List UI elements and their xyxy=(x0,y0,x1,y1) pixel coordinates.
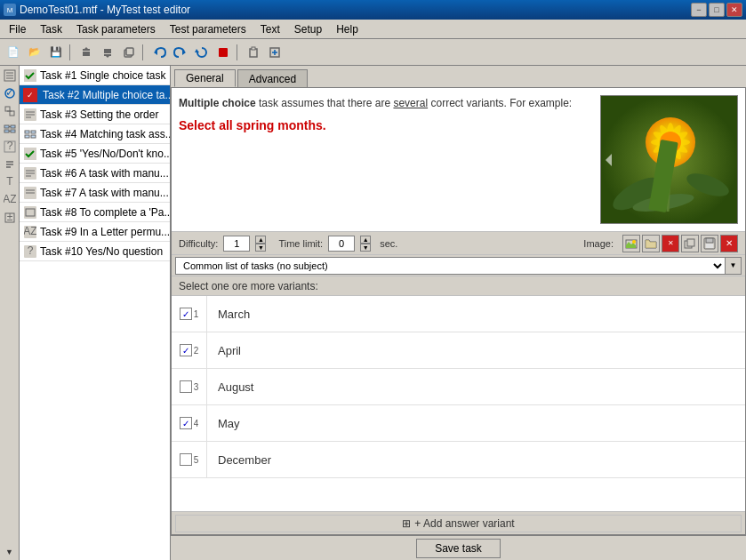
task-item-7[interactable]: Task #7 A task with manu... xyxy=(20,183,170,203)
close-button[interactable]: ✕ xyxy=(726,3,742,17)
task-item-2[interactable]: ✓ Task #2 Multiple choice ta... xyxy=(20,85,170,105)
image-load-button[interactable] xyxy=(622,235,640,252)
task-item-6[interactable]: Task #6 A task with manu... xyxy=(20,164,170,183)
content-panel: General Advanced Multiple choice task as… xyxy=(171,66,746,560)
task-label-1: Task #1 Single choice task xyxy=(40,69,165,82)
task-item-10[interactable]: ? Task #10 Yes/No question xyxy=(20,242,170,261)
plus-icon: ⊞ xyxy=(402,517,411,530)
answer-checkbox-2[interactable]: ✓ xyxy=(180,344,192,356)
several-label: several xyxy=(393,97,428,109)
move-up-button[interactable] xyxy=(76,43,96,62)
add-variant-button[interactable]: ⊞ + Add answer variant xyxy=(175,515,742,532)
settings-bar: Difficulty: ▲ ▼ Time limit: ▲ ▼ sec. Ima… xyxy=(172,232,745,255)
time-limit-up-button[interactable]: ▲ xyxy=(360,236,371,244)
svg-rect-3 xyxy=(104,49,111,53)
image-open-button[interactable] xyxy=(642,235,660,252)
dandelion-image xyxy=(601,96,737,223)
save-task-button[interactable]: Save task xyxy=(416,539,501,558)
sidebar-icon-7[interactable]: T xyxy=(2,174,18,190)
task-icon-9: AZ xyxy=(23,225,37,239)
difficulty-label: Difficulty: xyxy=(179,238,218,249)
sidebar-icon-4[interactable] xyxy=(2,121,18,137)
menu-test-parameters[interactable]: Test parameters xyxy=(163,20,253,38)
sidebar-icon-2[interactable]: ✓ xyxy=(2,85,18,101)
redo-button[interactable] xyxy=(171,43,190,62)
menu-task-parameters[interactable]: Task parameters xyxy=(69,20,163,38)
task-item-8[interactable]: Task #8 To complete a 'Pa... xyxy=(20,203,170,222)
task-item-1[interactable]: Task #1 Single choice task xyxy=(20,66,170,85)
task-type-label: Multiple choice xyxy=(179,97,256,109)
answer-checkbox-4[interactable]: ✓ xyxy=(180,417,192,429)
task-label-8: Task #8 To complete a 'Pa... xyxy=(40,206,170,219)
svg-rect-47 xyxy=(31,131,36,133)
time-limit-down-button[interactable]: ▼ xyxy=(360,244,371,252)
sidebar-icon-1[interactable] xyxy=(2,68,18,84)
svg-marker-1 xyxy=(84,47,89,50)
toolbar-separator-3 xyxy=(237,44,240,60)
menu-task[interactable]: Task xyxy=(33,20,69,38)
task-item-4[interactable]: Task #4 Matching task ass... xyxy=(20,124,170,144)
tab-advanced[interactable]: Advanced xyxy=(237,69,308,87)
svg-text:AZ: AZ xyxy=(24,226,36,237)
minimize-button[interactable]: − xyxy=(691,3,707,17)
insert-button[interactable] xyxy=(265,43,285,62)
time-limit-spinner: ▲ ▼ xyxy=(360,236,371,252)
answer-text-3[interactable]: August xyxy=(207,373,745,401)
difficulty-up-button[interactable]: ▲ xyxy=(255,236,266,244)
task-item-9[interactable]: AZ Task #9 In a Letter permu... xyxy=(20,222,170,242)
image-close-button[interactable]: ✕ xyxy=(720,235,738,252)
svg-rect-84 xyxy=(706,238,713,243)
sidebar-icon-3[interactable] xyxy=(2,103,18,119)
svg-rect-28 xyxy=(4,130,9,132)
answer-checkbox-1[interactable]: ✓ xyxy=(180,308,192,320)
answer-number-1: 1 xyxy=(194,309,199,319)
refresh-button[interactable] xyxy=(192,43,212,62)
menu-setup[interactable]: Setup xyxy=(287,20,329,38)
sidebar-icon-6[interactable] xyxy=(2,156,18,172)
svg-text:AZ: AZ xyxy=(4,194,16,205)
menu-text[interactable]: Text xyxy=(253,20,287,38)
subject-select[interactable]: Common list of tasks (no subject) xyxy=(175,257,726,275)
answer-checkbox-3[interactable] xyxy=(180,380,192,393)
image-delete-button[interactable]: ✕ xyxy=(662,235,679,252)
answer-checkbox-5[interactable] xyxy=(180,453,192,466)
undo-button[interactable] xyxy=(149,43,169,62)
task-item-5[interactable]: Task #5 'Yes/No/Don't kno... xyxy=(20,144,170,164)
sidebar-icon-8[interactable]: AZ xyxy=(2,192,18,208)
move-down-button[interactable] xyxy=(98,43,117,62)
maximize-button[interactable]: □ xyxy=(709,3,725,17)
stop-button[interactable] xyxy=(213,43,233,62)
task-item-3[interactable]: Task #3 Setting the order xyxy=(20,105,170,124)
task-icon-4 xyxy=(23,127,37,141)
tab-general[interactable]: General xyxy=(174,69,236,87)
answer-text-4[interactable]: May xyxy=(207,410,745,437)
question-text: Multiple choice task assumes that there … xyxy=(179,95,600,224)
task-label-7: Task #7 A task with manu... xyxy=(40,187,169,199)
answer-check-cell-3: 3 xyxy=(172,369,207,404)
sidebar-icon-9[interactable]: ± xyxy=(2,210,18,226)
menu-file[interactable]: File xyxy=(2,20,33,38)
difficulty-input[interactable] xyxy=(223,236,250,252)
paste-button[interactable] xyxy=(244,43,263,62)
image-save-button[interactable] xyxy=(701,235,718,252)
answer-text-2[interactable]: April xyxy=(207,337,745,364)
menu-help[interactable]: Help xyxy=(329,20,365,38)
task-icon-3 xyxy=(23,108,37,122)
sidebar-scroll-down[interactable]: ▼ xyxy=(2,544,18,560)
image-copy-button[interactable] xyxy=(681,235,699,252)
answer-text-1[interactable]: March xyxy=(207,300,745,328)
answer-row-3: 3 August xyxy=(172,369,745,405)
copy-button[interactable] xyxy=(119,43,139,62)
sidebar-icon-5[interactable]: ? xyxy=(2,139,18,155)
time-limit-input[interactable] xyxy=(328,236,355,252)
answer-text-5[interactable]: December xyxy=(207,446,745,474)
difficulty-down-button[interactable]: ▼ xyxy=(255,244,266,252)
time-limit-unit: sec. xyxy=(380,238,397,249)
task-icon-1 xyxy=(23,68,37,83)
svg-point-80 xyxy=(632,240,636,244)
svg-text:T: T xyxy=(6,176,13,188)
subject-dropdown-button[interactable]: ▼ xyxy=(726,257,742,275)
new-file-button[interactable]: 📄 xyxy=(4,43,23,62)
save-file-button[interactable]: 💾 xyxy=(46,43,66,62)
open-file-button[interactable]: 📂 xyxy=(25,43,44,62)
